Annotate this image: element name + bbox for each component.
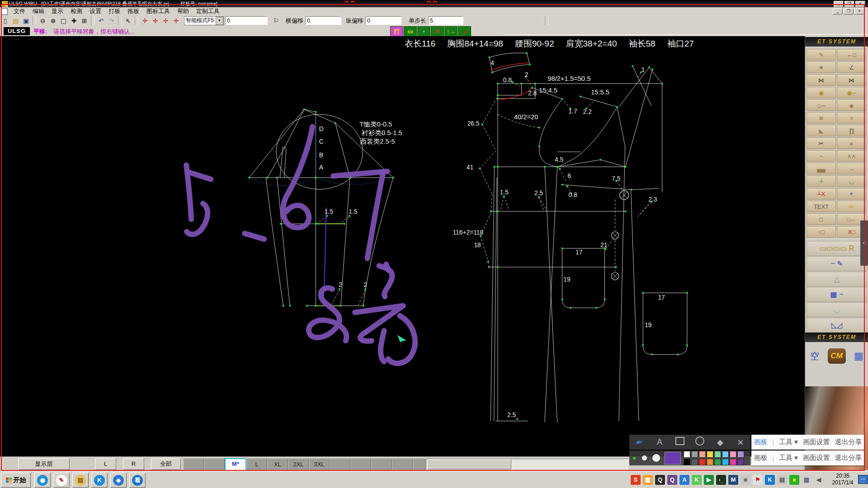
corner-fold-tool[interactable]: ◣ [807, 125, 836, 136]
size-tab-M*[interactable]: M* [225, 458, 246, 471]
menu-推板[interactable]: 推板 [124, 7, 143, 15]
scrollbar-thumb[interactable] [427, 460, 511, 469]
rect-frame-button[interactable]: ▭ [404, 26, 417, 37]
save-icon[interactable]: ▣ [21, 16, 31, 25]
start-button[interactable]: 开始 [1, 473, 31, 488]
k-app-icon[interactable]: K [91, 473, 108, 488]
qq2-tray-icon[interactable]: Q [667, 475, 677, 485]
antivirus-tray-icon[interactable]: e [789, 475, 799, 485]
qq-tray-icon[interactable]: Q [655, 475, 665, 485]
move-axis-button[interactable]: ↑→ [444, 26, 458, 37]
compass-closed-tool[interactable]: ⋈ [837, 74, 866, 86]
size-tab-empty[interactable] [392, 458, 413, 470]
menu-打板[interactable]: 打板 [105, 7, 124, 15]
pen-flag-icon[interactable]: ⚐ [271, 16, 281, 25]
sogou-tray-icon[interactable]: S [631, 475, 641, 485]
compass-open-tool[interactable]: ⋈ [807, 74, 836, 86]
chevron-match-tool[interactable]: « [837, 137, 866, 149]
select-cursor-icon[interactable]: ⇖ [123, 16, 133, 25]
drawing-app-icon[interactable]: ✎ [53, 473, 70, 488]
printer-tray-icon[interactable]: ▤ [777, 475, 787, 485]
screen-settings-2[interactable]: 画面设置 [803, 454, 830, 462]
rect-shape-icon[interactable] [670, 437, 690, 447]
viewer-icon[interactable]: 看 [129, 473, 146, 488]
combo-arrow-icon[interactable]: ▼ [216, 17, 223, 25]
drill-mark-tool[interactable]: ⌖ [837, 188, 866, 200]
palette-color-swatch[interactable] [722, 459, 729, 465]
palette-color-swatch[interactable] [707, 451, 713, 458]
calculator-curve-tool[interactable]: ▦ ~ [807, 287, 867, 302]
palette-color-swatch[interactable] [737, 459, 744, 465]
size-tab-L[interactable]: L [246, 458, 267, 470]
k-green-tray-icon[interactable]: K [692, 475, 702, 485]
palette-color-swatch[interactable] [707, 459, 713, 465]
menu-帮助[interactable]: 帮助 [174, 7, 193, 15]
size-tab-empty[interactable] [183, 458, 204, 470]
piece-up-tool[interactable]: ↑□ [807, 226, 836, 238]
v-offset-input[interactable] [365, 16, 401, 25]
size-tab-XL[interactable]: XL [267, 458, 288, 470]
close-icon[interactable]: × [730, 436, 750, 449]
palette-color-swatch[interactable] [699, 451, 706, 458]
new-file-icon[interactable]: ▯ [0, 16, 10, 25]
cut-button[interactable]: ✕ [431, 26, 444, 37]
file-manager-icon[interactable]: ▤ [72, 473, 89, 488]
screen-settings[interactable]: 画面设置 [803, 438, 830, 446]
mdi-restore-button[interactable]: ❐ [844, 8, 854, 14]
french-curve-tool[interactable]: ◡ [807, 302, 867, 317]
open-file-icon[interactable]: ▤ [11, 16, 20, 25]
layer-display-button[interactable]: 显示层 [18, 458, 70, 470]
pencil-tool[interactable]: ✎ [807, 49, 836, 61]
minimize-button[interactable]: _ [834, 1, 844, 7]
zoom-out-icon[interactable]: ⊖ [38, 16, 47, 25]
current-color-swatch[interactable] [665, 452, 681, 465]
size-tab-3XL[interactable]: 3XL [309, 458, 330, 470]
calculator-icon[interactable]: ▦ [854, 350, 863, 362]
pan-icon[interactable]: ✚ [69, 16, 79, 25]
pen-curve-tool[interactable]: ~ ✎ [807, 256, 867, 271]
seam-press-tool[interactable]: ≈ [837, 112, 866, 124]
menu-定制工具[interactable]: 定制工具 [193, 7, 223, 15]
close-button[interactable]: × [855, 1, 865, 7]
small-dot-size[interactable] [633, 457, 636, 460]
palette-color-swatch[interactable] [730, 451, 736, 458]
zoom-in-icon[interactable]: ⊕ [48, 16, 58, 25]
size-tab-empty[interactable] [371, 458, 392, 470]
terminal-tray-icon[interactable]: ›_ [716, 475, 726, 485]
scissors-tool[interactable]: ✂ [807, 137, 836, 149]
set-square-tool[interactable]: △ [807, 272, 867, 286]
point-move-icon[interactable]: ✛ [140, 16, 150, 25]
palette-color-swatch[interactable] [684, 459, 690, 465]
size-tab-empty[interactable] [350, 458, 371, 470]
volume-tray-icon[interactable]: ◀ [814, 475, 824, 485]
shop-tray-icon[interactable]: ▦ [643, 475, 653, 485]
seam-taper-tool[interactable]: ≋ [807, 112, 836, 124]
left-piece-button[interactable]: L [95, 458, 116, 470]
user-tray-icon[interactable]: ☻ [741, 475, 750, 485]
right-piece-button[interactable]: R [123, 458, 144, 470]
exit-share-button[interactable]: 退出分享 [835, 438, 862, 446]
step-input[interactable] [428, 16, 463, 25]
twist-knot-tool[interactable]: ~ [807, 150, 836, 162]
tools-menu[interactable]: 工具 ▾ [779, 438, 798, 446]
palette-color-swatch[interactable] [722, 451, 729, 458]
free-input[interactable] [225, 16, 268, 25]
angle-line-tool[interactable]: ∠ [837, 61, 866, 73]
show-desktop-button[interactable]: ▭ [858, 475, 868, 484]
circle-shape-icon[interactable] [690, 436, 710, 448]
eraser-icon[interactable]: ◆ [710, 437, 731, 447]
button-pull-tool[interactable]: ◉─ [837, 87, 866, 99]
palette-color-swatch[interactable] [714, 451, 721, 458]
shield-tray-icon[interactable]: A [679, 475, 689, 485]
network-tray-icon[interactable]: ▥ [802, 475, 811, 485]
zigzag-notch-tool[interactable]: ∧∧ [837, 150, 866, 162]
large-dot-size[interactable] [652, 454, 660, 462]
brush-icon[interactable]: ✒ [628, 435, 651, 449]
player-tray-icon[interactable]: ▶ [704, 475, 714, 485]
angle-ruler-tool[interactable]: ◺◿ [807, 318, 867, 333]
paint-brush-tool[interactable]: ✏ [837, 201, 866, 212]
text-a-button[interactable]: a [458, 26, 471, 37]
palette-color-swatch[interactable] [714, 459, 721, 465]
menu-检测[interactable]: 检测 [67, 7, 86, 15]
exit-share-button-2[interactable]: 退出分享 [835, 454, 862, 462]
